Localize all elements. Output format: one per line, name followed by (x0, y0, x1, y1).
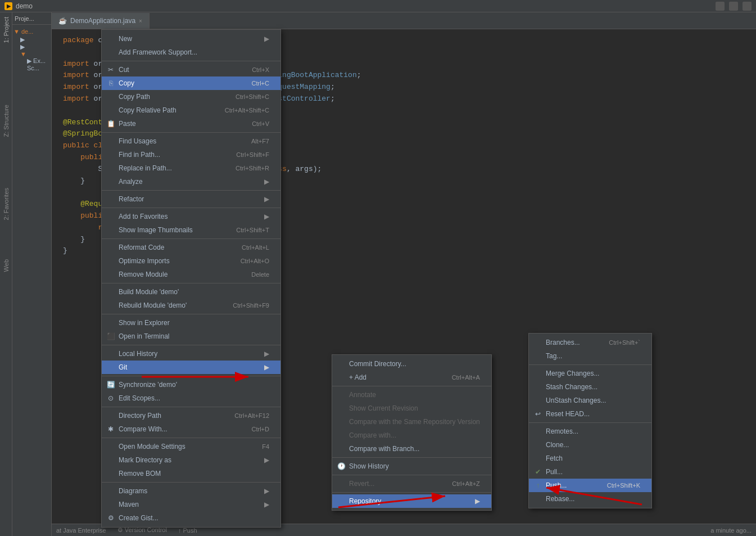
menu-item-add-framework[interactable]: Add Framework Support... (102, 46, 280, 59)
minimize-btn[interactable] (716, 2, 725, 11)
tree-item-demo[interactable]: ▼ de... (13, 27, 50, 36)
tab-demo-application[interactable]: ☕ DemoApplication.java × (52, 13, 150, 29)
menu-item-new[interactable]: New ▶ (102, 32, 280, 46)
menu-item-copy-path[interactable]: Copy Path Ctrl+Shift+C (102, 90, 280, 103)
tree-item-folder[interactable]: ▼ (13, 51, 50, 57)
menu-item-maven[interactable]: Maven ▶ (102, 498, 280, 511)
menu-item-directory-path[interactable]: Directory Path Ctrl+Alt+F12 (102, 409, 280, 422)
menu-item-cut[interactable]: ✂ Cut Ctrl+X (102, 63, 280, 76)
menu-directory-path-label: Directory Path (119, 412, 161, 420)
paste-icon: 📋 (106, 120, 115, 128)
git-sep-4 (332, 492, 491, 493)
close-btn[interactable] (743, 2, 752, 11)
repo-fetch[interactable]: Fetch (529, 452, 651, 465)
repo-pull[interactable]: ✔ Pull... (529, 465, 651, 479)
menu-item-edit-scopes[interactable]: ⊙ Edit Scopes... (102, 391, 280, 405)
menu-item-create-gist[interactable]: ⚙ Create Gist... (102, 511, 280, 525)
menu-item-paste[interactable]: 📋 Paste Ctrl+V (102, 117, 280, 130)
menu-copy-rel-path-label: Copy Relative Path (119, 106, 176, 114)
maximize-btn[interactable] (729, 2, 738, 11)
menu-item-mark-directory[interactable]: Mark Directory as ▶ (102, 453, 280, 467)
menu-mark-directory-label: Mark Directory as (119, 456, 171, 464)
menu-show-in-explorer-label: Show in Explorer (119, 319, 170, 327)
repo-clone[interactable]: Clone... (529, 438, 651, 452)
analyze-arrow-icon: ▶ (264, 178, 269, 186)
menu-compare-with-label: Compare With... (119, 425, 168, 433)
git-compare-with-label: Compare with... (349, 431, 396, 439)
add-favorites-arrow-icon: ▶ (264, 213, 269, 220)
separator-8 (102, 345, 280, 345)
status-branch: at Java Enterprise (56, 527, 106, 534)
repo-unstash-changes[interactable]: UnStash Changes... (529, 394, 651, 407)
repo-remotes-label: Remotes... (546, 427, 578, 435)
menu-item-show-in-explorer[interactable]: Show in Explorer (102, 316, 280, 330)
git-revert-shortcut: Ctrl+Alt+Z (452, 480, 480, 487)
menu-analyze-label: Analyze (119, 178, 143, 186)
menu-item-open-in-terminal[interactable]: ⬛ Open in Terminal (102, 330, 280, 343)
menu-item-compare-with[interactable]: ✱ Compare With... Ctrl+D (102, 422, 280, 436)
repo-sep-2 (529, 422, 651, 423)
menu-item-diagrams[interactable]: Diagrams ▶ (102, 484, 280, 498)
repo-reset-head[interactable]: ↩ Reset HEAD... (529, 407, 651, 421)
git-compare-with-branch[interactable]: Compare with Branch... (332, 442, 491, 456)
git-compare-same-repo-label: Compare with the Same Repository Version (349, 418, 480, 426)
repo-merge-changes-label: Merge Changes... (546, 370, 599, 377)
menu-local-history-label: Local History (119, 350, 157, 358)
git-sep-1 (332, 386, 491, 386)
menu-replace-in-path-label: Replace in Path... (119, 164, 172, 172)
menu-item-copy[interactable]: ⎘ Copy Ctrl+C (102, 76, 280, 90)
sync-icon: 🔄 (106, 381, 115, 389)
menu-item-local-history[interactable]: Local History ▶ (102, 347, 280, 361)
menu-item-copy-relative-path[interactable]: Copy Relative Path Ctrl+Alt+Shift+C (102, 103, 280, 117)
repo-remotes[interactable]: Remotes... (529, 425, 651, 438)
menu-item-remove-bom[interactable]: Remove BOM (102, 467, 280, 480)
repo-branches[interactable]: Branches... Ctrl+Shift+` (529, 336, 651, 349)
sidebar-item-project[interactable]: 1: Project (3, 17, 10, 43)
sidebar-item-favorites[interactable]: 2: Favorites (3, 188, 10, 220)
menu-remove-bom-label: Remove BOM (119, 470, 161, 478)
remove-module-shortcut: Delete (251, 271, 269, 278)
repo-tag-label: Tag... (546, 352, 562, 360)
git-arrow-icon: ▶ (264, 363, 269, 371)
tab-close-btn[interactable]: × (139, 18, 142, 24)
tree-item-sc[interactable]: Sc... (13, 65, 50, 71)
repo-stash-changes-label: Stash Changes... (546, 383, 597, 391)
menu-item-add-favorites[interactable]: Add to Favorites ▶ (102, 210, 280, 223)
directory-path-shortcut: Ctrl+Alt+F12 (234, 412, 269, 419)
git-revert-label: Revert... (349, 480, 374, 488)
tab-bar: ☕ DemoApplication.java × (52, 12, 756, 29)
repo-tag[interactable]: Tag... (529, 349, 651, 363)
menu-item-reformat[interactable]: Reformat Code Ctrl+Alt+L (102, 241, 280, 254)
menu-item-find-in-path[interactable]: Find in Path... Ctrl+Shift+F (102, 148, 280, 161)
git-annotate-label: Annotate (349, 391, 376, 399)
menu-item-find-usages[interactable]: Find Usages Alt+F7 (102, 134, 280, 148)
tree-item-ex[interactable]: ▶ Ex... (13, 57, 50, 65)
copy-rel-path-shortcut: Ctrl+Alt+Shift+C (225, 107, 269, 114)
menu-build-module-label: Build Module 'demo' (119, 288, 179, 296)
project-panel-header: Proje... (12, 12, 51, 25)
menu-create-gist-label: Create Gist... (119, 514, 159, 522)
menu-item-build-module[interactable]: Build Module 'demo' (102, 285, 280, 299)
tree-item-src2[interactable]: ▶ (13, 43, 50, 51)
menu-item-refactor[interactable]: Refactor ▶ (102, 192, 280, 206)
repo-merge-changes[interactable]: Merge Changes... (529, 367, 651, 380)
tree-item-src[interactable]: ▶ (13, 36, 50, 43)
menu-item-optimize-imports[interactable]: Optimize Imports Ctrl+Alt+O (102, 254, 280, 268)
github-icon: ⚙ (106, 514, 115, 522)
status-time: a minute ago... (710, 527, 752, 534)
separator-4 (102, 208, 280, 208)
git-commit-dir[interactable]: Commit Directory... (332, 357, 491, 371)
menu-item-analyze[interactable]: Analyze ▶ (102, 175, 280, 188)
git-add[interactable]: + Add Ctrl+Alt+A (332, 371, 491, 384)
sidebar-item-web[interactable]: Web (3, 259, 10, 272)
menu-item-replace-in-path[interactable]: Replace in Path... Ctrl+Shift+R (102, 161, 280, 175)
sidebar-item-structure[interactable]: Z: Structure (3, 105, 10, 137)
menu-item-remove-module[interactable]: Remove Module Delete (102, 268, 280, 281)
menu-item-show-thumbnails[interactable]: Show Image Thumbnails Ctrl+Shift+T (102, 223, 280, 237)
git-show-history[interactable]: 🕐 Show History (332, 460, 491, 473)
repo-stash-changes[interactable]: Stash Changes... (529, 380, 651, 394)
menu-maven-label: Maven (119, 501, 139, 508)
app-title: demo (16, 2, 33, 10)
menu-item-open-module-settings[interactable]: Open Module Settings F4 (102, 440, 280, 453)
menu-item-rebuild-module[interactable]: Rebuild Module 'demo' Ctrl+Shift+F9 (102, 299, 280, 312)
